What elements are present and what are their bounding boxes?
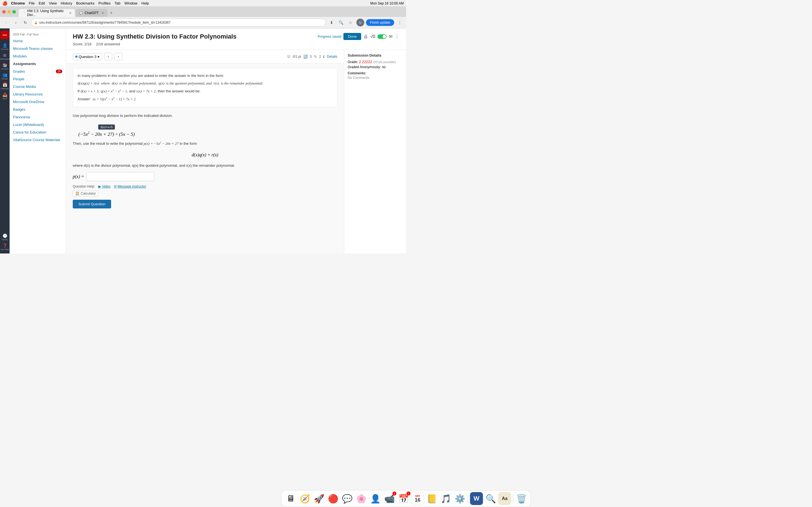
lms-nav-history[interactable]: 🕐 History: [0, 232, 10, 242]
nav-canva[interactable]: Canva for Education: [10, 128, 66, 136]
address-bar[interactable]: 🔒 uvu.instructure.com/courses/587126/ass…: [31, 18, 326, 26]
submit-question-button[interactable]: Submit Question: [73, 200, 111, 209]
window-maximize[interactable]: [12, 10, 16, 13]
grade-possible: (20 pts possible): [373, 60, 396, 64]
lms-nav-livehelp[interactable]: ❓ Live Help: [0, 242, 10, 251]
menu-bookmarks[interactable]: Bookmarks: [76, 1, 94, 5]
menu-history[interactable]: History: [61, 1, 72, 5]
lms-nav-groups[interactable]: 👥 Groups: [0, 71, 10, 81]
nav-modules[interactable]: Modules: [10, 52, 66, 60]
instruction-formula: d(x)q(x) + r(x) where d(x) is the diviso…: [78, 80, 333, 87]
apple-menu[interactable]: 🍎: [2, 1, 8, 6]
nav-library[interactable]: Library Resources: [10, 91, 66, 98]
details-label[interactable]: Details: [327, 55, 337, 59]
nav-badges[interactable]: Badges: [10, 106, 66, 113]
done-button[interactable]: Done: [343, 33, 361, 40]
new-tab-button[interactable]: +: [107, 9, 115, 17]
graded-anon-value: no: [382, 65, 386, 69]
lms-nav-inbox[interactable]: 📥 Inbox: [0, 91, 10, 101]
tab-chatgpt[interactable]: 💬 ChatGPT ✕: [75, 9, 107, 17]
calculator-icon: 🧮: [75, 191, 80, 195]
video-label: Video: [102, 184, 110, 188]
calculator-label: Calculator: [81, 191, 96, 195]
bookmark-button[interactable]: ☆: [347, 18, 355, 26]
forward-button[interactable]: ›: [12, 18, 20, 26]
assignment-title-section: HW 2.3: Using Synthetic Division to Fact…: [73, 33, 237, 46]
nav-vitalsource[interactable]: VitalSource Course Materials: [10, 136, 66, 144]
more-button[interactable]: ⋮: [396, 18, 404, 26]
finish-update-button[interactable]: Finish update: [366, 19, 394, 26]
toggle-switch[interactable]: [377, 34, 387, 39]
lms-nav-calendar-label: Calendar: [1, 88, 9, 90]
tab-hw-close[interactable]: ✕: [69, 11, 71, 15]
meta-checkbox-icon: ☑: [287, 55, 290, 59]
assignment-header: HW 2.3: Using Synthetic Division to Fact…: [66, 29, 406, 50]
lms-nav-account[interactable]: 👤 Account: [0, 42, 10, 51]
menu-edit[interactable]: Edit: [39, 1, 45, 5]
answer-input[interactable]: [87, 172, 154, 181]
main-question-area: Question 3 ▾ ‹ › ☑ 0/1 pt 🔄 3 ↻ 2 ℹ Deta…: [66, 50, 344, 253]
answered-label: 2/18 answered: [96, 42, 120, 46]
nav-grades[interactable]: Grades 26: [10, 68, 66, 75]
graded-anon-section: Graded Anonymously: no: [348, 65, 403, 69]
window-close[interactable]: [2, 10, 6, 13]
calculator-button[interactable]: 🧮 Calculator: [73, 191, 98, 196]
score-label: Score: 2/18: [73, 42, 92, 46]
refresh-button[interactable]: ↻: [21, 18, 29, 26]
prev-question-button[interactable]: ‹: [104, 53, 112, 61]
menu-profiles[interactable]: Profiles: [98, 1, 110, 5]
more-options-icon[interactable]: ⋮: [395, 34, 399, 39]
back-button[interactable]: ‹: [2, 18, 10, 26]
question-content: In many problems in this section you are…: [66, 64, 344, 213]
dropdown-arrow-icon: ▾: [98, 55, 100, 59]
video-link[interactable]: ▶ Video: [98, 184, 110, 188]
meta-points: 0/1 pt: [293, 55, 301, 59]
meta-regen: 2: [319, 55, 321, 59]
divisor-container: d(x)=x+5 (−5x2 − 20x + 27) ÷ (5x − 5): [79, 126, 135, 137]
next-question-button[interactable]: ›: [114, 53, 122, 61]
menu-file[interactable]: File: [29, 1, 35, 5]
menu-chrome[interactable]: Chrome: [11, 1, 25, 5]
tab-chatgpt-close[interactable]: ✕: [101, 11, 104, 15]
nav-people[interactable]: People: [10, 75, 66, 83]
grade-section: Grade: 2.22222 (20 pts possible): [348, 60, 403, 64]
question-dropdown[interactable]: Question 3 ▾: [73, 53, 102, 60]
profile-button[interactable]: U: [356, 18, 364, 26]
menu-window[interactable]: Window: [124, 1, 137, 5]
menu-bar-right: Mon Sep 16 10:00 AM: [370, 1, 404, 5]
graded-anon-label: Graded Anonymously:: [348, 65, 381, 69]
window-minimize[interactable]: [7, 10, 11, 13]
nav-course-media[interactable]: Course Media: [10, 83, 66, 91]
nav-bar: ‹ › ↻ 🔒 uvu.instructure.com/courses/5871…: [0, 17, 406, 28]
menu-tab[interactable]: Tab: [114, 1, 120, 5]
course-nav: 2024 Fall - Full Term Home Microsoft Tea…: [10, 29, 66, 253]
nav-home[interactable]: Home: [10, 37, 66, 45]
tab-favicon-chatgpt: 💬: [79, 11, 83, 15]
tab-hw[interactable]: 📄 HW 2.3: Using Synthetic Divi... ✕: [18, 9, 75, 17]
question-label: Question 3: [79, 55, 96, 59]
message-icon: ✉: [114, 184, 117, 188]
search-button[interactable]: 🔍: [337, 18, 345, 26]
lms-logo: UVU: [1, 31, 9, 39]
lms-nav-dashboard[interactable]: ⊞ Dashboard: [0, 52, 10, 61]
nav-teams[interactable]: Microsoft Teams classes: [10, 45, 66, 52]
instruction-example-answer: Answer: (x + 5)(x3 − x2 − 1) + 7x + 2: [78, 96, 333, 102]
lms-nav-history-label: History: [2, 238, 8, 240]
lms-nav-courses[interactable]: 📚 Courses: [0, 62, 10, 71]
message-link[interactable]: ✉ Message instructor: [114, 184, 146, 188]
lms-nav-calendar[interactable]: 📅 Calendar: [0, 81, 10, 91]
nav-lucid[interactable]: Lucid (Whiteboard): [10, 121, 66, 128]
nav-assignments[interactable]: Assignments: [10, 60, 66, 68]
lms-nav-groups-label: Groups: [2, 78, 8, 80]
px-label: p(x) =: [73, 174, 84, 179]
menu-help[interactable]: Help: [142, 1, 149, 5]
print-icon[interactable]: 🖨: [363, 34, 368, 39]
dashboard-icon: ⊞: [3, 53, 6, 57]
nav-onedrive[interactable]: Microsoft OneDrive: [10, 98, 66, 106]
download-button[interactable]: ⬇: [327, 18, 336, 26]
time-display: Mon Sep 16 10:00 AM: [370, 1, 404, 5]
email-icon[interactable]: ✉: [389, 34, 393, 39]
url-text: uvu.instructure.com/courses/587126/assig…: [39, 20, 170, 24]
nav-panorama[interactable]: Panorama: [10, 113, 66, 121]
menu-view[interactable]: View: [49, 1, 57, 5]
